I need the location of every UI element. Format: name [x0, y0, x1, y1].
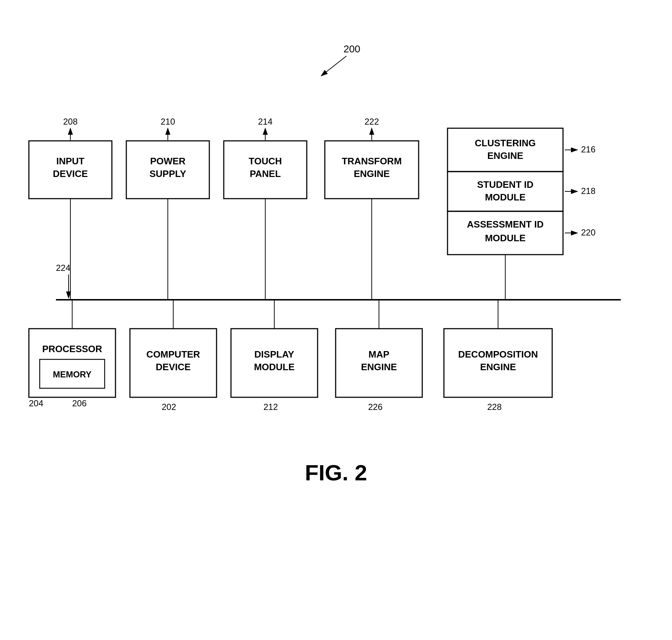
svg-text:TRANSFORM: TRANSFORM [342, 156, 402, 167]
svg-text:ENGINE: ENGINE [487, 150, 523, 161]
svg-text:POWER: POWER [150, 156, 186, 167]
svg-text:218: 218 [581, 186, 595, 196]
svg-rect-29 [448, 128, 563, 172]
svg-text:206: 206 [72, 398, 87, 408]
svg-rect-34 [448, 172, 563, 211]
svg-text:STUDENT ID: STUDENT ID [477, 179, 533, 190]
svg-text:DECOMPOSITION: DECOMPOSITION [458, 349, 538, 360]
svg-text:220: 220 [581, 228, 595, 237]
svg-text:MODULE: MODULE [485, 192, 526, 203]
svg-text:PANEL: PANEL [250, 168, 281, 179]
svg-rect-45 [29, 329, 115, 397]
svg-text:216: 216 [581, 144, 595, 154]
svg-text:ASSESSMENT ID: ASSESSMENT ID [467, 219, 544, 230]
svg-text:MAP: MAP [368, 349, 389, 360]
svg-text:210: 210 [161, 117, 175, 126]
svg-text:SUPPLY: SUPPLY [149, 168, 186, 179]
bus-ref: 224 [56, 263, 70, 273]
svg-text:MODULE: MODULE [254, 362, 295, 372]
svg-text:202: 202 [162, 402, 176, 412]
svg-text:ENGINE: ENGINE [354, 168, 390, 179]
svg-text:226: 226 [368, 402, 383, 412]
main-ref-num: 200 [344, 43, 361, 55]
svg-text:208: 208 [63, 117, 78, 126]
svg-text:PROCESSOR: PROCESSOR [42, 343, 102, 354]
svg-text:DEVICE: DEVICE [156, 362, 191, 372]
svg-text:MEMORY: MEMORY [53, 369, 91, 379]
svg-text:DISPLAY: DISPLAY [254, 349, 294, 360]
svg-text:INPUT: INPUT [56, 156, 84, 167]
svg-text:222: 222 [365, 117, 379, 126]
svg-text:MODULE: MODULE [485, 233, 526, 243]
svg-text:214: 214 [258, 117, 272, 126]
svg-text:ENGINE: ENGINE [480, 362, 516, 372]
svg-text:228: 228 [487, 402, 502, 412]
svg-text:DEVICE: DEVICE [53, 168, 88, 179]
svg-text:ENGINE: ENGINE [361, 362, 397, 372]
svg-text:212: 212 [263, 402, 278, 412]
svg-text:TOUCH: TOUCH [249, 156, 282, 167]
svg-text:204: 204 [29, 398, 43, 408]
diagram: 200 224 INPUT DEVICE 208 POWER SUPPLY 21… [0, 0, 672, 640]
fig-label: FIG. 2 [305, 460, 367, 485]
svg-line-2 [321, 56, 346, 76]
svg-text:COMPUTER: COMPUTER [147, 349, 200, 360]
svg-text:CLUSTERING: CLUSTERING [475, 138, 536, 148]
diagram-svg: 200 224 INPUT DEVICE 208 POWER SUPPLY 21… [0, 0, 672, 640]
